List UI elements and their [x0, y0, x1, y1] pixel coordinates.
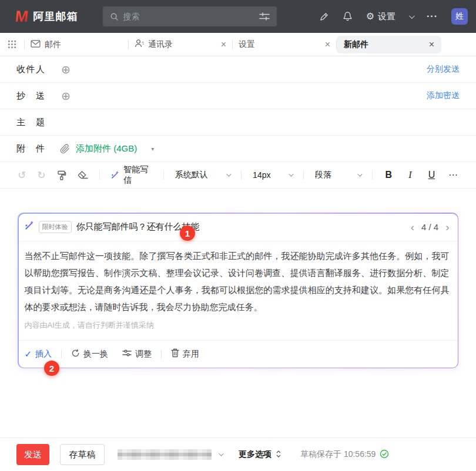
- send-separately-link[interactable]: 分别发送: [427, 64, 460, 75]
- add-attachment-link[interactable]: 添加附件 (4GB): [76, 143, 137, 154]
- settings-menu[interactable]: ⚙ 设置: [366, 11, 395, 22]
- chevron-down-icon: [289, 171, 293, 176]
- sender-account-select[interactable]: [118, 449, 222, 460]
- chevron-down-icon: [357, 171, 362, 176]
- cc-label: 抄送: [16, 90, 45, 102]
- cc-input[interactable]: [71, 83, 427, 109]
- more-options-button[interactable]: 更多选项: [239, 449, 281, 460]
- tab-settings[interactable]: 设置 ×: [233, 39, 336, 50]
- top-bar: M 阿里邮箱 ⚙ 设置 ··· 姓: [0, 0, 476, 33]
- app-grid-icon[interactable]: [8, 41, 16, 48]
- recipient-input[interactable]: [71, 56, 427, 82]
- close-icon[interactable]: ×: [325, 40, 330, 49]
- bold-button[interactable]: B: [383, 170, 394, 180]
- contacts-icon: [135, 39, 144, 50]
- search-input[interactable]: [123, 12, 254, 21]
- attachment-label: 附件: [16, 143, 45, 154]
- subject-input[interactable]: [45, 109, 460, 135]
- trial-badge: 限时体验: [39, 221, 72, 233]
- add-recipient-icon[interactable]: ⊕: [61, 64, 71, 75]
- paperclip-icon[interactable]: [60, 144, 70, 154]
- pen-tool-icon[interactable]: [319, 12, 329, 22]
- draft-saved-status: 草稿保存于 10:56:59: [300, 449, 389, 460]
- recipient-label: 收件人: [16, 64, 45, 75]
- sender-address-redacted: [118, 449, 212, 460]
- ai-response-text: 当然不止写邮件这一项技能。除了撰写各类正式和非正式的邮件，我还能协助完成许多其他…: [25, 247, 450, 315]
- attachment-row: 附件 添加附件 (4GB) ▾: [0, 136, 476, 162]
- insert-label: 插入: [35, 349, 52, 359]
- ai-panel-header: 限时体验 你只能写邮件吗？还有什么技能 ‹ 4 / 4 ›: [19, 214, 458, 241]
- adjust-button[interactable]: 调整: [122, 349, 152, 359]
- page-indicator: 4 / 4: [421, 222, 438, 232]
- gear-icon: ⚙: [366, 12, 374, 21]
- bell-icon[interactable]: [343, 11, 353, 22]
- recipient-row: 收件人 ⊕ 分别发送: [0, 56, 476, 83]
- draft-saved-label: 草稿保存于 10:56:59: [300, 449, 376, 460]
- discard-label: 弃用: [183, 349, 199, 359]
- chevron-down-icon: [219, 451, 223, 456]
- ai-panel-inner: 限时体验 你只能写邮件吗？还有什么技能 ‹ 4 / 4 › 当然不止写邮件这一项…: [19, 214, 458, 368]
- ai-disclaimer: 内容由AI生成，请自行判断并谨慎采纳: [25, 320, 450, 331]
- tab-settings-label: 设置: [239, 39, 255, 50]
- send-button[interactable]: 发送: [16, 444, 49, 465]
- save-draft-button[interactable]: 存草稿: [60, 444, 105, 465]
- more-menu-icon[interactable]: ···: [427, 11, 438, 22]
- ai-write-button[interactable]: 智能写信: [110, 164, 152, 186]
- paragraph-select[interactable]: 段落: [315, 170, 361, 180]
- toolbar-divider: [303, 170, 304, 180]
- toolbar-divider: [163, 170, 164, 180]
- font-size-value: 14px: [253, 170, 270, 180]
- italic-button[interactable]: I: [405, 170, 415, 180]
- magic-wand-icon: [24, 221, 34, 233]
- more-formats-icon[interactable]: ···: [448, 170, 458, 180]
- font-family-select[interactable]: 系统默认: [175, 170, 230, 180]
- attachment-dropdown-icon[interactable]: ▾: [151, 146, 154, 152]
- trash-icon: [171, 348, 179, 359]
- redo-icon[interactable]: ↻: [37, 170, 45, 180]
- ai-response-area: 当然不止写邮件这一项技能。除了撰写各类正式和非正式的邮件，我还能协助完成许多其他…: [19, 241, 458, 331]
- undo-icon[interactable]: ↺: [18, 170, 26, 180]
- chevron-down-icon[interactable]: [409, 15, 413, 19]
- tab-new-mail-pill[interactable]: 新邮件 ×: [337, 36, 441, 53]
- brand-title: 阿里邮箱: [33, 9, 78, 23]
- adjust-label: 调整: [135, 349, 152, 359]
- more-options-label: 更多选项: [239, 449, 271, 460]
- mail-app-window: M 阿里邮箱 ⚙ 设置 ··· 姓: [0, 0, 476, 471]
- ai-assistant-panel: 限时体验 你只能写邮件吗？还有什么技能 ‹ 4 / 4 › 当然不止写邮件这一项…: [18, 213, 458, 368]
- next-page-icon[interactable]: ›: [445, 221, 449, 233]
- insert-button[interactable]: ✓ 插入: [25, 349, 52, 359]
- tab-contacts-label: 通讯录: [148, 39, 173, 50]
- regenerate-label: 换一换: [83, 349, 108, 359]
- paragraph-value: 段落: [315, 170, 331, 180]
- font-size-select[interactable]: 14px: [253, 170, 292, 180]
- subject-row: 主题: [0, 109, 476, 136]
- tab-new-mail[interactable]: 新邮件 ×: [337, 36, 441, 53]
- cc-row: 抄送 ⊕ 添加密送: [0, 83, 476, 109]
- prev-page-icon[interactable]: ‹: [411, 221, 414, 233]
- refresh-icon: [71, 349, 80, 359]
- compose-action-bar: 发送 存草稿 更多选项 草稿保存于 10:56:59: [0, 438, 476, 471]
- discard-button[interactable]: 弃用: [171, 348, 199, 359]
- ai-pagination: ‹ 4 / 4 ›: [411, 221, 450, 233]
- format-painter-icon[interactable]: [57, 170, 66, 180]
- underline-button[interactable]: U: [427, 170, 437, 180]
- editor-body[interactable]: 限时体验 你只能写邮件吗？还有什么技能 ‹ 4 / 4 › 当然不止写邮件这一项…: [0, 189, 476, 438]
- sort-arrows-icon: [276, 450, 281, 460]
- add-cc-icon[interactable]: ⊕: [61, 90, 71, 102]
- eraser-icon[interactable]: [78, 171, 88, 180]
- add-bcc-link[interactable]: 添加密送: [427, 90, 460, 101]
- footer-divider: [61, 350, 62, 358]
- close-icon[interactable]: ×: [429, 40, 434, 49]
- topbar-actions: ⚙ 设置 ··· 姓: [319, 8, 468, 25]
- settings-label: 设置: [378, 11, 395, 22]
- tab-contacts[interactable]: 通讯录 ×: [129, 39, 232, 50]
- regenerate-button[interactable]: 换一换: [71, 349, 108, 359]
- avatar[interactable]: 姓: [451, 8, 468, 25]
- search-box[interactable]: [103, 6, 277, 26]
- chevron-down-icon: [226, 171, 231, 176]
- close-icon[interactable]: ×: [221, 40, 226, 49]
- search-filter-icon[interactable]: [259, 12, 270, 21]
- tab-mail[interactable]: 邮件: [25, 39, 128, 50]
- success-check-icon: [380, 449, 389, 460]
- footer-divider: [161, 350, 162, 358]
